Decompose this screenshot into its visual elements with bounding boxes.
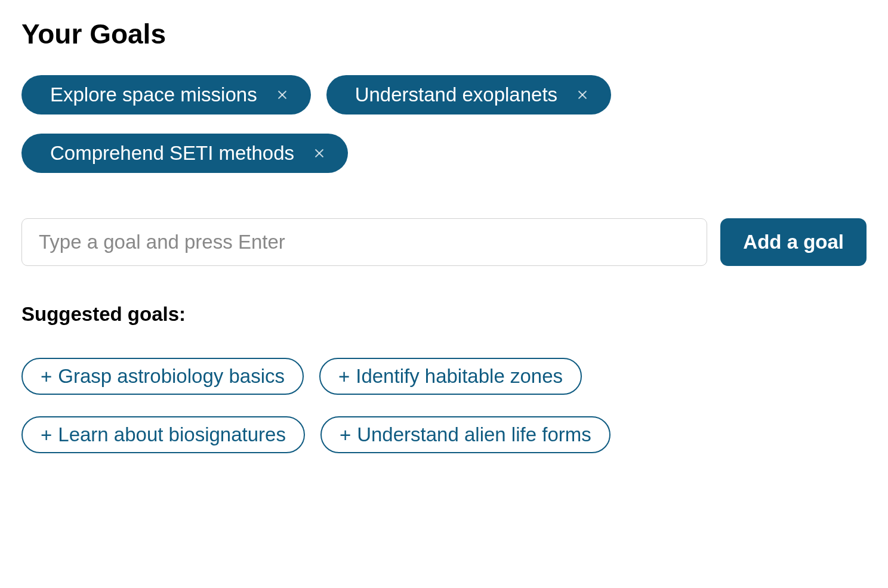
suggested-goal-chip[interactable]: + Understand alien life forms: [320, 416, 610, 453]
suggested-goal-label: Learn about biosignatures: [58, 423, 286, 446]
close-icon[interactable]: [573, 89, 592, 101]
page-title: Your Goals: [21, 18, 867, 50]
suggested-goal-chip[interactable]: + Grasp astrobiology basics: [21, 358, 304, 395]
goal-input-row: Add a goal: [21, 218, 867, 266]
goal-chip: Explore space missions: [21, 75, 311, 114]
close-icon[interactable]: [310, 147, 329, 159]
suggested-goal-chip[interactable]: + Learn about biosignatures: [21, 416, 305, 453]
goal-chip-label: Understand exoplanets: [355, 83, 557, 106]
plus-icon: +: [340, 425, 351, 445]
goal-chip: Comprehend SETI methods: [21, 134, 348, 173]
goals-list: Explore space missions Understand exopla…: [21, 75, 867, 173]
suggested-goal-label: Understand alien life forms: [357, 423, 591, 446]
suggested-goal-label: Grasp astrobiology basics: [58, 365, 285, 388]
goal-input[interactable]: [21, 218, 707, 266]
goal-chip-label: Comprehend SETI methods: [50, 142, 294, 165]
close-icon[interactable]: [273, 89, 292, 101]
plus-icon: +: [41, 425, 52, 445]
plus-icon: +: [338, 367, 350, 386]
goal-chip: Understand exoplanets: [326, 75, 611, 114]
goal-chip-label: Explore space missions: [50, 83, 257, 106]
suggested-goals-list: + Grasp astrobiology basics + Identify h…: [21, 358, 867, 453]
suggested-goals-heading: Suggested goals:: [21, 303, 867, 326]
plus-icon: +: [41, 367, 52, 386]
add-goal-button[interactable]: Add a goal: [720, 218, 867, 266]
suggested-goal-chip[interactable]: + Identify habitable zones: [319, 358, 582, 395]
suggested-goal-label: Identify habitable zones: [356, 365, 563, 388]
